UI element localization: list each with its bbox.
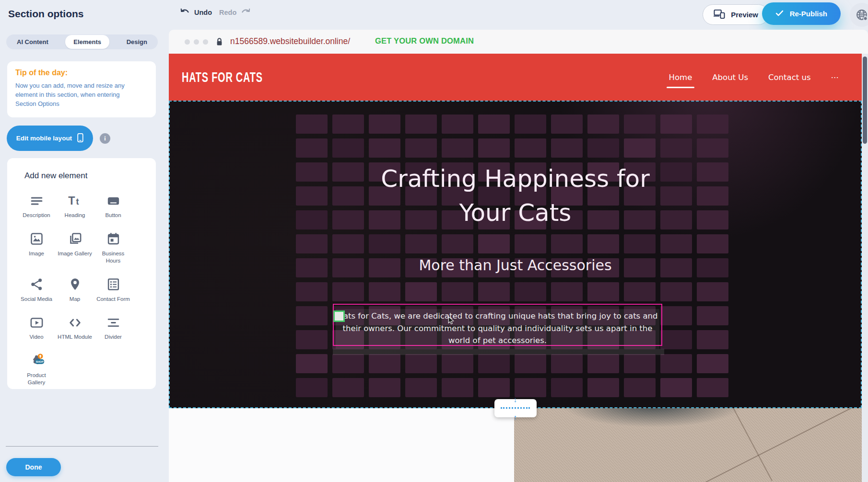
element-label: Divider xyxy=(105,333,122,341)
preview-scrollbar-thumb[interactable] xyxy=(863,57,867,144)
hero-grid-tile xyxy=(660,282,692,301)
hero-grid-tile xyxy=(551,354,583,373)
hero-grid-tile xyxy=(478,378,510,397)
hero-grid-tile xyxy=(296,330,328,349)
heading-icon: Tt xyxy=(66,192,83,209)
hero-grid-tile xyxy=(296,115,328,134)
hero-grid-tile xyxy=(296,354,328,373)
hero-grid-tile xyxy=(660,234,692,253)
preview-scrollbar-track[interactable] xyxy=(862,54,868,482)
hero-grid-tile xyxy=(369,282,400,301)
hero-heading[interactable]: Crafting Happiness for Your Cats xyxy=(352,162,679,230)
tip-body: Now you can add, move and resize any ele… xyxy=(15,81,139,109)
info-icon[interactable]: i xyxy=(100,133,110,144)
hero-grid-tile xyxy=(442,354,473,373)
image-icon xyxy=(28,230,45,248)
redo-button[interactable]: Redo xyxy=(219,8,251,17)
pavement-joint-line xyxy=(713,408,773,481)
element-label: Button xyxy=(105,212,121,219)
hero-grid-tile xyxy=(405,354,437,373)
language-globe-icon[interactable] xyxy=(850,3,868,27)
hero-grid-tile xyxy=(442,115,473,134)
hero-grid-tile xyxy=(332,234,364,253)
done-button[interactable]: Done xyxy=(6,458,61,476)
panel-divider xyxy=(6,446,158,447)
hero-grid-tile xyxy=(515,115,546,134)
add-element-item[interactable]: Contact Form xyxy=(94,274,132,305)
hero-body-text[interactable]: Hats for Cats, we are dedicated to craft… xyxy=(336,309,659,349)
hero-grid-tile xyxy=(660,306,692,325)
html-module-icon xyxy=(66,314,83,331)
hero-grid-tile xyxy=(405,234,437,253)
hero-grid-tile xyxy=(624,378,656,397)
hero-grid-tile xyxy=(369,234,400,253)
hero-grid-tile xyxy=(442,378,473,397)
hero-section[interactable]: Crafting Happiness for Your Cats More th… xyxy=(169,101,862,408)
hero-grid-tile xyxy=(296,282,328,301)
add-element-item[interactable]: Divider xyxy=(94,312,132,343)
nav-item[interactable]: Contact us xyxy=(768,73,811,82)
nav-item[interactable]: About Us xyxy=(712,73,748,82)
element-label: Map xyxy=(70,296,80,303)
redo-icon xyxy=(241,8,251,17)
add-element-item[interactable]: Business Hours xyxy=(94,229,132,267)
hero-grid-tile xyxy=(587,282,619,301)
nav-item[interactable]: ⋯ xyxy=(831,73,839,82)
element-drag-handle[interactable] xyxy=(333,310,345,322)
republish-button[interactable]: Re-Publish xyxy=(762,2,841,25)
panel-tab[interactable]: AI Content xyxy=(9,35,57,49)
hero-grid-tile xyxy=(697,378,728,397)
hero-grid-tile xyxy=(697,210,728,230)
add-element-item[interactable]: HTML Module xyxy=(56,312,94,343)
undo-label: Undo xyxy=(194,9,212,16)
element-label: Business Hours xyxy=(94,250,132,265)
lock-icon xyxy=(216,37,223,48)
svg-text:SHOP: SHOP xyxy=(36,360,44,363)
hero-grid-tile xyxy=(369,115,400,134)
get-domain-link[interactable]: GET YOUR OWN DOMAIN xyxy=(375,36,474,46)
panel-tab[interactable]: Elements xyxy=(65,35,109,49)
panel-tab[interactable]: Design xyxy=(118,35,155,49)
hero-grid-tile xyxy=(587,138,619,158)
add-element-item[interactable]: Map xyxy=(56,274,94,305)
add-element-item[interactable]: Image Gallery xyxy=(56,229,94,267)
section-resize-handle[interactable]: ↓ ↑ xyxy=(494,399,537,417)
add-element-item[interactable]: Social Media xyxy=(17,274,56,305)
edit-mobile-layout-button[interactable]: Edit mobile layout xyxy=(7,126,93,151)
mouse-cursor-icon xyxy=(448,316,454,327)
add-element-item[interactable]: Button xyxy=(94,190,132,221)
contact-form-icon xyxy=(105,276,122,293)
hero-grid-tile xyxy=(296,210,328,230)
add-element-item[interactable]: Description xyxy=(17,190,56,221)
preview-button[interactable]: Preview xyxy=(703,4,769,25)
add-element-item[interactable]: Video xyxy=(17,312,56,343)
hero-subheading[interactable]: More than Just Accessories xyxy=(169,257,862,274)
undo-button[interactable]: Undo xyxy=(180,8,212,17)
selected-text-element[interactable]: Hats for Cats, we are dedicated to craft… xyxy=(333,304,662,346)
hero-grid-tile xyxy=(332,115,364,134)
site-logo[interactable]: HATS FOR CATS xyxy=(182,69,263,86)
hero-grid-tile xyxy=(697,282,728,301)
add-element-item[interactable]: Image xyxy=(17,229,56,267)
add-new-element-title: Add new element xyxy=(24,171,156,181)
element-grid: Description Tt Heading Button Image xyxy=(17,190,156,389)
image-gallery-icon xyxy=(66,230,83,248)
hero-grid-tile xyxy=(697,354,728,373)
devices-icon xyxy=(713,9,726,21)
element-label: Video xyxy=(29,333,43,341)
url-text[interactable]: n1566589.websitebuilder.online/ xyxy=(230,36,350,46)
add-element-item[interactable]: SHOP Product Gallery xyxy=(17,350,56,389)
svg-text:T: T xyxy=(68,195,75,207)
hero-grid-tile xyxy=(369,378,400,397)
element-label: HTML Module xyxy=(58,333,92,341)
hero-grid-tile xyxy=(405,378,437,397)
hero-grid-tile xyxy=(697,162,728,182)
add-element-item[interactable]: Tt Heading xyxy=(56,190,94,221)
button-icon xyxy=(105,192,122,209)
nav-item[interactable]: Home xyxy=(669,73,692,82)
hero-grid-tile xyxy=(660,138,692,158)
hero-grid-tile xyxy=(405,282,437,301)
hero-grid-tile xyxy=(332,138,364,158)
top-toolbar: Undo Redo Preview Re-Publish xyxy=(169,0,868,30)
site-nav: Home About Us Contact us ⋯ xyxy=(669,73,839,82)
